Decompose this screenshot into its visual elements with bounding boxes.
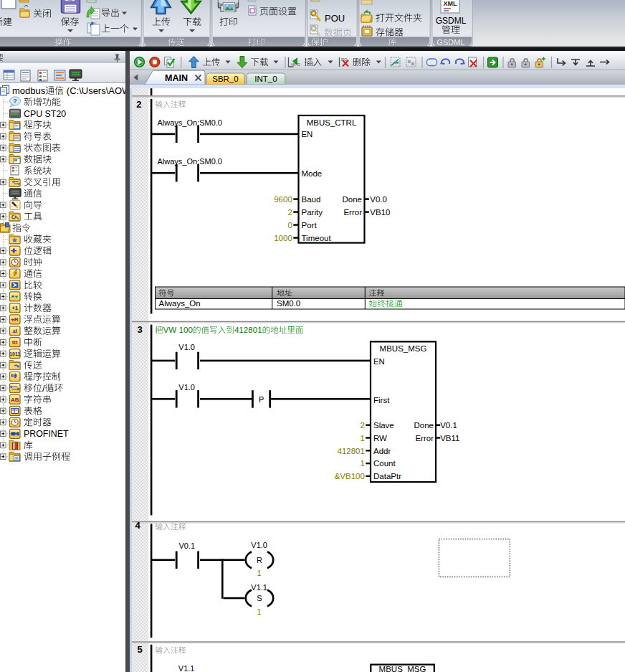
svg-text:Addr: Addr (373, 447, 391, 455)
svg-text:Done: Done (414, 421, 434, 430)
svg-text:INT_0: INT_0 (254, 75, 277, 83)
svg-text:Done: Done (343, 195, 363, 204)
svg-text:Port: Port (302, 221, 318, 229)
svg-text:Always_On:SM0.0: Always_On:SM0.0 (158, 157, 222, 166)
svg-text:1: 1 (257, 607, 261, 616)
svg-text:Baud: Baud (302, 195, 321, 204)
svg-text:V1.0: V1.0 (178, 383, 195, 392)
svg-text:4: 4 (135, 520, 140, 531)
svg-text:412801: 412801 (338, 447, 365, 455)
svg-text:/: / (42, 383, 45, 394)
svg-text:ttt: ttt (12, 339, 18, 346)
svg-text:AB: AB (11, 397, 19, 403)
svg-text:2: 2 (287, 208, 292, 217)
svg-text:XML: XML (444, 0, 458, 7)
svg-text:CPU ST20: CPU ST20 (24, 109, 66, 119)
svg-text:HPO: HPO (291, 62, 300, 67)
svg-text:EN: EN (302, 130, 313, 138)
svg-text:1011: 1011 (9, 351, 20, 356)
svg-text:MBUS_MSG: MBUS_MSG (379, 665, 426, 672)
svg-text:MBUS_MSG: MBUS_MSG (380, 344, 427, 353)
svg-text:+1: +1 (11, 305, 19, 311)
svg-text:Timeout: Timeout (302, 234, 332, 242)
svg-text:&VB100: &VB100 (335, 472, 365, 481)
svg-text:V0.0: V0.0 (370, 195, 387, 204)
svg-text:PROFINET: PROFINET (24, 429, 69, 439)
svg-text:POU: POU (325, 13, 345, 24)
svg-text:1000: 1000 (274, 234, 292, 242)
svg-text:GSDML: GSDML (436, 16, 467, 26)
svg-text:±R: ±R (11, 316, 19, 323)
svg-text:MBUS_CTRL: MBUS_CTRL (307, 118, 357, 127)
svg-text:V1.0: V1.0 (251, 541, 267, 549)
svg-text:Mode: Mode (302, 169, 323, 178)
svg-text:R: R (257, 556, 262, 564)
svg-text:Error: Error (415, 434, 434, 443)
svg-text:Error: Error (343, 208, 362, 217)
svg-text:S: S (257, 594, 262, 602)
svg-text:GSDML: GSDML (436, 38, 464, 47)
svg-text:V0.1: V0.1 (440, 421, 457, 430)
svg-text:VB10: VB10 (370, 208, 390, 217)
svg-text:9600: 9600 (274, 195, 292, 204)
svg-text:412801: 412801 (234, 325, 262, 334)
svg-text:DataPtr: DataPtr (373, 472, 401, 481)
svg-text:V0.1: V0.1 (179, 541, 196, 550)
svg-text:SM0.0: SM0.0 (277, 299, 300, 308)
svg-text:VW 100: VW 100 (163, 325, 193, 334)
svg-text:5: 5 (138, 644, 143, 655)
svg-text:modbus: modbus (12, 85, 46, 96)
svg-text:V1.1: V1.1 (178, 664, 195, 672)
svg-text:?: ? (13, 97, 17, 105)
svg-text:RW: RW (373, 434, 387, 443)
svg-text:1: 1 (360, 459, 364, 468)
svg-text:MAIN: MAIN (165, 73, 188, 83)
svg-text:1: 1 (257, 569, 261, 577)
svg-text:Slave: Slave (373, 421, 394, 430)
svg-text:SBR_0: SBR_0 (212, 75, 238, 83)
svg-text:Count: Count (373, 459, 396, 468)
svg-text:2: 2 (136, 99, 141, 110)
svg-text:1: 1 (360, 434, 364, 443)
svg-text:Always_On:SM0.0: Always_On:SM0.0 (158, 118, 222, 127)
svg-text:Parity: Parity (302, 208, 323, 217)
svg-text:3: 3 (137, 324, 142, 335)
svg-text:±I: ±I (12, 328, 17, 334)
svg-text:0: 0 (287, 221, 292, 229)
svg-text:VB11: VB11 (440, 434, 459, 443)
svg-text:First: First (373, 396, 390, 404)
svg-text:P: P (259, 395, 264, 404)
svg-text:Always_On: Always_On (159, 299, 201, 308)
svg-text:2: 2 (360, 421, 364, 430)
svg-text:V1.0: V1.0 (178, 343, 195, 351)
svg-text:EN: EN (373, 357, 385, 366)
svg-text:V1.1: V1.1 (251, 583, 267, 592)
